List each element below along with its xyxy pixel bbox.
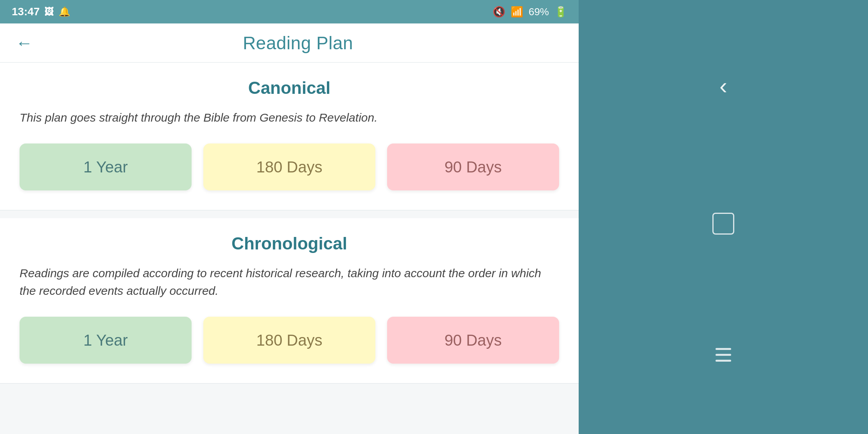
clock: 13:47 bbox=[12, 5, 40, 18]
chronological-1year-button[interactable]: 1 Year bbox=[20, 317, 192, 364]
chronological-90days-button[interactable]: 90 Days bbox=[387, 317, 559, 364]
status-bar: 13:47 🖼 🔔 🔇 📶 69% 🔋 bbox=[0, 0, 579, 23]
chronological-buttons: 1 Year 180 Days 90 Days bbox=[20, 317, 559, 364]
signal-icon: 📶 bbox=[511, 6, 523, 18]
status-right-icons: 🔇 📶 69% 🔋 bbox=[493, 6, 567, 18]
canonical-90days-button[interactable]: 90 Days bbox=[387, 143, 559, 190]
canonical-section: Canonical This plan goes straight throug… bbox=[0, 63, 579, 210]
menu-lines-icon[interactable] bbox=[716, 348, 731, 362]
photo-icon: 🖼 bbox=[45, 6, 54, 17]
chronological-description: Readings are compiled according to recen… bbox=[20, 264, 559, 299]
battery-label: 69% bbox=[529, 6, 549, 18]
app-container: ← Reading Plan Canonical This plan goes … bbox=[0, 23, 579, 434]
chronological-title: Chronological bbox=[20, 234, 559, 253]
chronological-section: Chronological Readings are compiled acco… bbox=[0, 218, 579, 384]
user-icon: 🔔 bbox=[59, 6, 70, 17]
chevron-left-icon[interactable]: ‹ bbox=[719, 72, 727, 99]
back-button[interactable]: ← bbox=[16, 34, 33, 52]
battery-icon: 🔋 bbox=[554, 6, 567, 18]
chronological-180days-button[interactable]: 180 Days bbox=[203, 317, 375, 364]
square-icon[interactable] bbox=[712, 213, 734, 235]
canonical-180days-button[interactable]: 180 Days bbox=[203, 143, 375, 190]
canonical-description: This plan goes straight through the Bibl… bbox=[20, 109, 559, 126]
page-title: Reading Plan bbox=[33, 32, 563, 54]
content-area: Canonical This plan goes straight throug… bbox=[0, 63, 579, 384]
canonical-1year-button[interactable]: 1 Year bbox=[20, 143, 192, 190]
mute-icon: 🔇 bbox=[493, 6, 505, 18]
right-sidebar: ‹ bbox=[579, 0, 868, 434]
status-time: 13:47 🖼 🔔 bbox=[12, 5, 70, 18]
canonical-title: Canonical bbox=[20, 78, 559, 98]
top-nav: ← Reading Plan bbox=[0, 23, 579, 63]
canonical-buttons: 1 Year 180 Days 90 Days bbox=[20, 143, 559, 190]
